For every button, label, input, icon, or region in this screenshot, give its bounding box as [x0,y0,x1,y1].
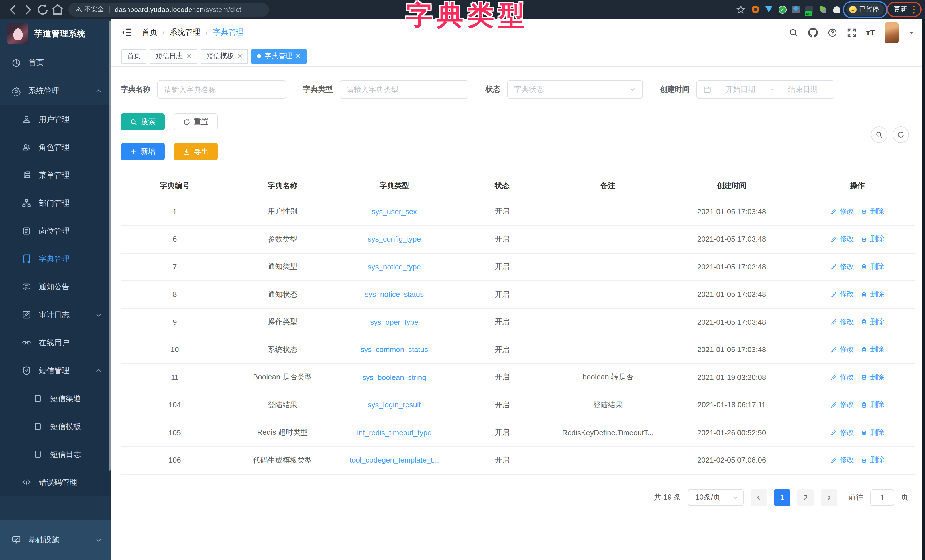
sidebar-item-角色管理[interactable]: 角色管理 [0,133,111,161]
green-circle-extension-icon[interactable]: Z [778,5,786,14]
table-search-toggle-button[interactable] [871,126,887,143]
sidebar-item-菜单管理[interactable]: 菜单管理 [0,161,111,189]
sidebar-item-在线用户[interactable]: 在线用户 [0,329,111,357]
font-size-icon[interactable]: тT [866,28,875,37]
close-tab-icon[interactable]: ✕ [295,53,301,59]
search-icon[interactable] [788,28,798,37]
tab-短信日志[interactable]: 短信日志✕ [150,49,197,63]
sidebar-item-infrastructure[interactable]: 基础设施 [0,519,111,560]
sidebar-item-系统管理[interactable]: 系统管理 [0,77,111,105]
github-icon[interactable] [808,28,818,37]
cell-dict-type[interactable]: inf_redis_timeout_type [336,419,452,446]
cell-dict-type[interactable]: sys_oper_type [336,308,452,336]
close-tab-icon[interactable]: ✕ [186,53,191,59]
sidebar-item-短信模板[interactable]: 短信模板 [0,412,111,440]
page-button-2[interactable]: 2 [797,489,814,506]
cell-dict-type[interactable]: sys_common_status [336,336,452,363]
sidebar-item-审计日志[interactable]: 审计日志 [0,301,111,329]
delete-row-button[interactable]: 删除 [861,262,884,271]
delete-row-button[interactable]: 删除 [861,234,884,244]
url-text[interactable]: dashboard.yudao.iocoder.cn/system/dict [115,5,241,14]
sidebar-item-首页[interactable]: 首页 [0,48,111,77]
fullscreen-icon[interactable] [847,28,856,37]
edit-row-button[interactable]: 修改 [831,372,854,382]
sidebar-item-短信渠道[interactable]: 短信渠道 [0,385,111,412]
date-range-picker[interactable]: 开始日期 ~ 结束日期 [696,80,835,99]
not-secure-warning[interactable]: 不安全 [75,5,104,14]
orange-ring-extension-icon[interactable] [751,5,759,14]
browser-home-icon[interactable] [50,2,65,17]
leaf-extension-icon[interactable] [819,5,827,14]
breadcrumb-system[interactable]: 系统管理 [170,27,200,38]
browser-menu-icon[interactable] [913,5,915,14]
tab-字典管理[interactable]: 字典管理✕ [252,49,306,63]
sidebar-fold-icon[interactable] [121,27,133,38]
reset-button[interactable]: 重置 [174,113,218,131]
address-bar[interactable]: 不安全 dashboard.yudao.iocoder.cn/system/di… [68,3,269,16]
edit-row-button[interactable]: 修改 [831,455,854,465]
breadcrumb-home[interactable]: 首页 [142,27,157,38]
blue-gem-extension-icon[interactable] [765,5,773,14]
delete-row-button[interactable]: 删除 [861,289,884,299]
search-button[interactable]: 搜索 [121,113,165,131]
edit-row-button[interactable]: 修改 [831,317,854,327]
export-button[interactable]: 导出 [174,143,218,160]
delete-row-button[interactable]: 删除 [861,206,884,216]
cell-dict-type[interactable]: sys_user_sex [336,198,452,225]
tab-首页[interactable]: 首页 [121,49,146,63]
sidebar-item-通知公告[interactable]: 通知公告 [0,273,111,301]
cell-dict-type[interactable]: tool_codegen_template_t... [336,446,452,474]
delete-row-button[interactable]: 删除 [861,455,884,465]
edit-row-button[interactable]: 修改 [831,262,854,271]
add-button[interactable]: 新增 [121,143,165,160]
help-icon[interactable] [827,28,837,37]
user-menu-caret-icon[interactable] [908,29,915,36]
cell-dict-type[interactable]: sys_boolean_string [336,363,452,391]
edit-row-button[interactable]: 修改 [831,289,854,299]
sidebar-item-部门管理[interactable]: 部门管理 [0,189,111,217]
dict-type-input[interactable] [346,85,462,94]
tab-短信模板[interactable]: 短信模板✕ [200,49,248,63]
browser-forward-icon[interactable] [21,2,35,17]
sidebar-item-岗位管理[interactable]: 岗位管理 [0,217,111,245]
browser-reload-icon[interactable] [35,2,50,17]
page-button-1[interactable]: 1 [774,489,791,506]
figure-extension-icon[interactable] [832,5,841,14]
cell-dict-type[interactable]: sys_notice_status [336,281,452,308]
prev-page-button[interactable] [750,489,767,506]
on-badge-extension-icon[interactable] [805,5,814,14]
dict-type-field[interactable] [340,80,469,99]
sidebar-item-短信管理[interactable]: 短信管理 [0,357,111,385]
next-page-button[interactable] [821,489,837,506]
browser-update-group[interactable]: 更新 [889,3,919,15]
sidebar-scrollbar[interactable] [109,21,111,471]
cell-dict-type[interactable]: sys_notice_type [336,253,452,281]
puzzle-extension-icon[interactable] [791,5,800,14]
delete-row-button[interactable]: 删除 [861,372,884,382]
dict-name-input[interactable] [164,85,279,94]
status-select[interactable]: 字典状态 [507,80,643,99]
table-refresh-button[interactable] [892,126,909,143]
sidebar-item-短信日志[interactable]: 短信日志 [0,440,111,468]
update-label[interactable]: 更新 [894,5,907,14]
delete-row-button[interactable]: 删除 [861,428,884,437]
browser-back-icon[interactable] [6,2,21,17]
sidebar-item-用户管理[interactable]: 用户管理 [0,105,111,133]
delete-row-button[interactable]: 删除 [861,345,884,354]
sidebar-item-错误码管理[interactable]: 错误码管理 [0,468,111,496]
bookmark-star-icon[interactable] [735,2,746,17]
edit-row-button[interactable]: 修改 [831,234,854,244]
edit-row-button[interactable]: 修改 [831,428,854,437]
goto-page-input[interactable] [870,489,894,506]
edit-row-button[interactable]: 修改 [831,345,854,354]
avatar[interactable] [884,22,899,43]
delete-row-button[interactable]: 删除 [861,400,884,409]
edit-row-button[interactable]: 修改 [831,400,854,409]
edit-row-button[interactable]: 修改 [831,206,854,216]
close-tab-icon[interactable]: ✕ [237,53,242,59]
cell-dict-type[interactable]: sys_config_type [336,225,452,253]
sidebar-header[interactable]: 芋道管理系统 [0,19,111,48]
page-size-select[interactable]: 10条/页 [688,489,744,506]
dict-name-field[interactable] [157,80,286,99]
delete-row-button[interactable]: 删除 [861,317,884,327]
